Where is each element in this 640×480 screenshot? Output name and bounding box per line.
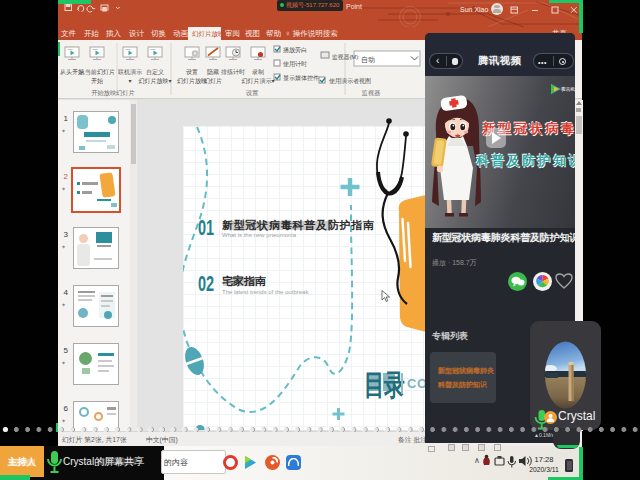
- svg-text:腾讯视频: 腾讯视频: [561, 86, 575, 92]
